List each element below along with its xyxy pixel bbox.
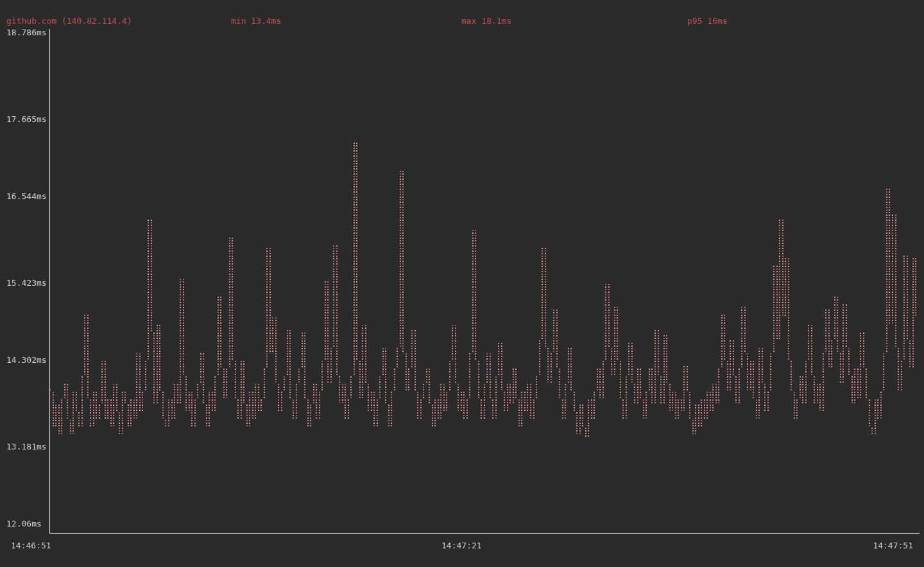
stat-min-label: min 13.4ms: [231, 17, 281, 26]
y-axis-line: [49, 29, 50, 534]
x-tick-label-middle: 14:47:21: [441, 541, 482, 550]
y-tick-label: 18.786ms: [6, 28, 47, 37]
gping-terminal: github.com (140.82.114.4) min 13.4ms max…: [0, 0, 924, 567]
y-tick-label: 16.544ms: [6, 192, 47, 201]
y-tick-label: 13.181ms: [6, 442, 47, 451]
latency-chart-canvas: [0, 0, 924, 567]
y-tick-label: 14.302ms: [6, 356, 47, 365]
target-host-label: github.com (140.82.114.4): [6, 17, 132, 26]
y-tick-label: 15.423ms: [6, 279, 47, 288]
y-tick-label: 17.665ms: [6, 115, 47, 124]
x-tick-label-start: 14:46:51: [11, 541, 51, 550]
x-tick-label-end: 14:47:51: [873, 541, 913, 550]
stat-p95-label: p95 16ms: [687, 17, 728, 26]
stat-max-label: max 18.1ms: [461, 17, 511, 26]
y-tick-label: 12.06ms: [6, 519, 42, 528]
x-axis-line: [49, 533, 920, 534]
